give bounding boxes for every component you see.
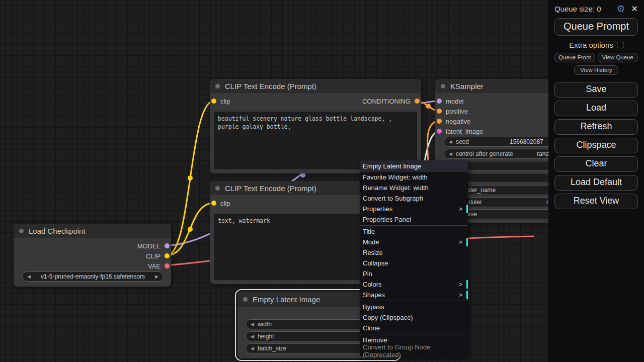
collapse-dot-icon[interactable] <box>215 186 220 191</box>
menu-separator <box>360 334 468 334</box>
view-history-button[interactable]: View History <box>574 65 618 75</box>
extra-options-label: Extra options <box>569 41 613 49</box>
menu-item-resize[interactable]: Resize <box>360 247 468 258</box>
comfy-menu-panel: Queue size: 0 ⚙ ✕ Queue Prompt Extra opt… <box>548 0 644 362</box>
menu-item-convert-to-group-node[interactable]: Convert to Group Node (Deprecated) <box>360 345 468 356</box>
port-dot-model-icon[interactable] <box>165 243 170 248</box>
next-option-arrow-icon[interactable]: ▶ <box>155 274 158 279</box>
node-header[interactable]: Load Checkpoint <box>14 224 171 238</box>
clear-button[interactable]: Clear <box>554 156 638 172</box>
menu-item-favorite-widget[interactable]: Favorite Widget: width <box>360 172 468 183</box>
menu-item-properties[interactable]: Properties> <box>360 204 468 214</box>
decrement-arrow-icon[interactable]: ◀ <box>251 346 254 351</box>
prev-option-arrow-icon[interactable]: ◀ <box>27 274 31 279</box>
node-header[interactable]: CLIP Text Encode (Prompt) <box>210 79 421 93</box>
input-positive[interactable]: positive <box>437 107 468 115</box>
link-midpoint-dot[interactable] <box>188 175 193 180</box>
port-dot-model-icon[interactable] <box>437 99 442 104</box>
submenu-arrow-icon: > <box>458 291 465 299</box>
output-clip[interactable]: CLIP <box>146 252 170 260</box>
queue-front-button[interactable]: Queue Front <box>554 53 595 62</box>
node-title: CLIP Text Encode (Prompt) <box>225 184 316 193</box>
menu-separator <box>360 225 468 226</box>
widget-value: rand <box>537 150 549 157</box>
port-dot-conditioning-icon[interactable] <box>437 109 442 114</box>
submenu-arrow-icon: > <box>458 281 465 288</box>
menu-item-shapes[interactable]: Shapes> <box>360 290 468 300</box>
extra-options-checkbox[interactable] <box>617 42 623 48</box>
port-label: model <box>446 98 463 105</box>
clipspace-button[interactable]: Clipspace <box>554 138 638 153</box>
port-label: VAE <box>148 262 160 270</box>
port-dot-conditioning-icon[interactable] <box>437 119 442 124</box>
menu-item-convert-to-subgraph[interactable]: Convert to Subgraph <box>360 193 468 204</box>
port-dot-vae-icon[interactable] <box>165 263 170 268</box>
menu-item-pin[interactable]: Pin <box>360 268 468 279</box>
menu-item-collapse[interactable]: Collapse <box>360 258 468 268</box>
close-icon[interactable]: ✕ <box>631 5 638 13</box>
menu-item-properties-panel[interactable]: Properties Panel <box>360 214 468 225</box>
input-clip[interactable]: clip <box>211 199 230 207</box>
output-conditioning[interactable]: CONDITIONING <box>362 97 420 105</box>
node-title: KSampler <box>450 82 484 90</box>
port-label: negative <box>446 118 470 125</box>
output-model[interactable]: MODEL <box>137 242 170 250</box>
menu-item-bypass[interactable]: Bypass <box>360 302 468 312</box>
port-dot-clip-icon[interactable] <box>211 99 216 104</box>
collapse-dot-icon[interactable] <box>19 229 24 233</box>
input-clip[interactable]: clip <box>211 97 230 105</box>
node-title: Load Checkpoint <box>29 227 86 235</box>
node-title: CLIP Text Encode (Prompt) <box>225 82 316 90</box>
decrement-arrow-icon[interactable]: ◀ <box>449 151 452 156</box>
reset-view-button[interactable]: Reset View <box>554 194 638 209</box>
load-default-button[interactable]: Load Default <box>554 175 638 191</box>
menu-item-colors[interactable]: Colors> <box>360 279 468 290</box>
widget-ckpt-name[interactable]: ◀ v1-5-pruned-emaonly-fp16.safetensors ▶ <box>22 272 164 282</box>
port-dot-conditioning-icon[interactable] <box>415 99 420 104</box>
menu-item-mode[interactable]: Mode> <box>360 237 468 247</box>
submenu-arrow-icon: > <box>458 238 465 246</box>
port-label: CLIP <box>146 252 160 260</box>
queue-prompt-button[interactable]: Queue Prompt <box>554 18 638 36</box>
widget-label: control after generate <box>456 150 513 157</box>
port-label: positive <box>446 108 468 115</box>
port-label: CONDITIONING <box>362 98 411 105</box>
submenu-bar-icon <box>466 205 468 213</box>
decrement-arrow-icon[interactable]: ◀ <box>449 139 452 144</box>
menu-item-title[interactable]: Title <box>360 226 468 237</box>
node-clip-text-encode-1[interactable]: CLIP Text Encode (Prompt) clip CONDITION… <box>210 79 421 173</box>
output-vae[interactable]: VAE <box>148 262 170 270</box>
save-button[interactable]: Save <box>554 82 638 98</box>
input-latent-image[interactable]: latent_image <box>437 127 483 135</box>
collapse-dot-icon[interactable] <box>215 84 220 88</box>
widget-value: v1-5-pruned-emaonly-fp16.safetensors <box>31 273 155 280</box>
widget-value: 1566802087 <box>510 138 543 145</box>
port-dot-latent-icon[interactable] <box>437 129 442 134</box>
decrement-arrow-icon[interactable]: ◀ <box>251 334 254 339</box>
context-menu-title: Empty Latent Image <box>360 160 468 172</box>
collapse-dot-icon[interactable] <box>243 297 248 302</box>
collapse-dot-icon[interactable] <box>441 84 445 88</box>
menu-item-clone[interactable]: Clone <box>360 323 468 333</box>
widget-label: seed <box>456 138 469 145</box>
link-midpoint-dot[interactable] <box>426 104 431 109</box>
port-label: latent_image <box>446 128 483 135</box>
menu-item-rename-widget[interactable]: Rename Widget: width <box>360 183 468 193</box>
gear-icon[interactable]: ⚙ <box>617 4 625 14</box>
load-button[interactable]: Load <box>554 101 638 116</box>
widget-label: batch_size <box>258 345 286 352</box>
port-dot-clip-icon[interactable] <box>211 201 216 206</box>
submenu-bar-icon <box>466 291 468 299</box>
view-queue-button[interactable]: View Queue <box>598 53 638 62</box>
node-load-checkpoint[interactable]: Load Checkpoint MODEL CLIP VAE ◀ v1-5-pr… <box>14 224 171 287</box>
refresh-button[interactable]: Refresh <box>554 119 638 135</box>
queue-size-label: Queue size: 0 <box>554 5 601 13</box>
menu-item-copy-clipspace[interactable]: Copy (Clipspace) <box>360 312 468 323</box>
submenu-bar-icon <box>466 238 468 246</box>
decrement-arrow-icon[interactable]: ◀ <box>251 322 254 327</box>
input-model[interactable]: model <box>437 97 463 105</box>
input-negative[interactable]: negative <box>437 117 470 125</box>
link-midpoint-dot[interactable] <box>188 227 193 232</box>
port-dot-clip-icon[interactable] <box>165 253 170 258</box>
submenu-bar-icon <box>466 280 468 289</box>
